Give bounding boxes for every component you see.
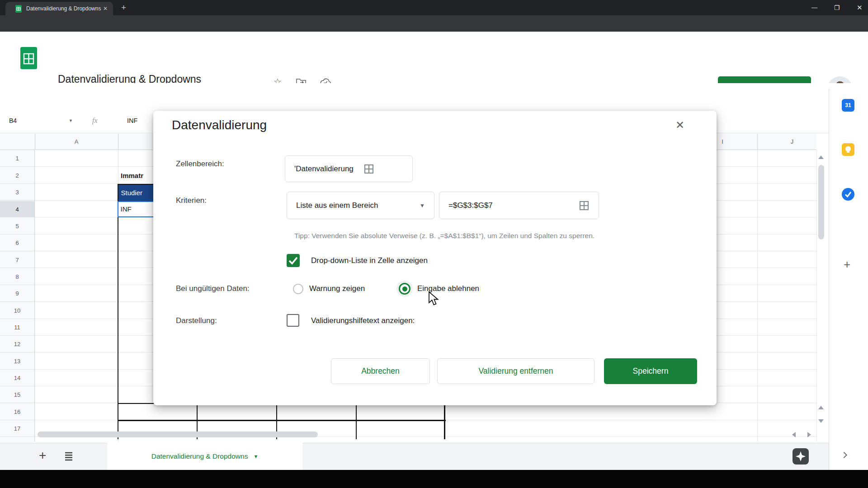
toolbar: ↶ ↷ 100% ▾ € % .0 .00 123 Standard ( 10 …	[0, 83, 868, 108]
help-text-checkbox[interactable]	[287, 314, 299, 327]
keep-icon[interactable]	[842, 143, 854, 156]
panel-add-icon[interactable]: +	[844, 258, 850, 272]
name-box-arrow-icon[interactable]: ▼	[69, 108, 73, 133]
row-header-12[interactable]: 12	[0, 336, 34, 352]
criteria-label: Kriterien:	[176, 194, 207, 207]
window-maximize-icon[interactable]: ❐	[834, 1, 840, 14]
data-validation-dialog: Datenvalidierung ✕ Zellenbereich: 'Daten…	[153, 111, 717, 405]
hscroll-right-icon[interactable]	[807, 432, 811, 437]
active-sheet-tab[interactable]: Datenvalidierung & Dropdowns ▼	[107, 443, 302, 470]
criteria-range-value: =$G$3:$G$7	[448, 201, 493, 210]
row-header-7[interactable]: 7	[0, 252, 34, 268]
appearance-label: Darstellung:	[176, 314, 217, 328]
row-header-13[interactable]: 13	[0, 353, 34, 370]
mouse-cursor	[428, 291, 439, 306]
tab-close-icon[interactable]: ✕	[103, 2, 108, 15]
vscroll-thumb[interactable]	[818, 165, 824, 239]
app-header: Datenvalidierung & Dropdowns ☆ Datei Bea…	[0, 32, 868, 83]
fx-icon: fx	[92, 108, 98, 133]
sheets-logo[interactable]	[20, 47, 37, 69]
row-header-2[interactable]: 2	[0, 167, 34, 184]
reject-label[interactable]: Eingabe ablehnen	[417, 282, 479, 296]
cell-range-label: Zellenbereich:	[176, 157, 224, 171]
show-dropdown-label[interactable]: Drop-down-Liste in Zelle anzeigen	[311, 254, 428, 267]
column-header-j[interactable]: J	[757, 134, 827, 150]
reject-radio[interactable]	[399, 283, 410, 295]
vscroll-up-icon[interactable]	[818, 155, 824, 159]
formula-input[interactable]: INF	[127, 108, 137, 133]
calendar-icon[interactable]: 31	[842, 99, 854, 112]
row-header-10[interactable]: 10	[0, 302, 34, 319]
row-header-14[interactable]: 14	[0, 370, 34, 386]
dialog-title: Datenvalidierung	[172, 118, 267, 132]
remove-validation-button[interactable]: Validierung entfernen	[437, 358, 594, 384]
select-range-icon-2[interactable]	[579, 200, 590, 211]
cell-range-input[interactable]: 'Datenvalidierung	[285, 155, 413, 182]
row-header-5[interactable]: 5	[0, 218, 34, 235]
sheet-tab-label: Datenvalidierung & Dropdowns	[151, 452, 248, 460]
warn-radio[interactable]	[293, 284, 303, 294]
criteria-tip: Tipp: Verwenden Sie absolute Verweise (z…	[294, 232, 692, 240]
vscroll-up2-icon[interactable]	[818, 406, 824, 409]
row-header-8[interactable]: 8	[0, 268, 34, 285]
row-header-4[interactable]: 4	[0, 201, 34, 218]
row-header-6[interactable]: 6	[0, 235, 34, 251]
on-invalid-label: Bei ungültigen Daten:	[176, 282, 250, 296]
sheets-favicon	[15, 5, 22, 13]
name-box[interactable]: B4	[9, 108, 17, 133]
row-header-17[interactable]: 17	[0, 420, 34, 437]
cancel-button[interactable]: Abbrechen	[331, 358, 430, 384]
column-header-a[interactable]: A	[35, 134, 118, 150]
screen-bottom-strip	[0, 470, 868, 488]
browser-tab-bar: Datenvalidierung & Dropdowns ✕ + — ❐ ✕	[0, 0, 868, 15]
cell-b2[interactable]: Immatr	[121, 167, 157, 184]
criteria-type-value: Liste aus einem Bereich	[296, 201, 378, 210]
cell-range-value: 'Datenvalidierung	[294, 164, 354, 174]
all-sheets-icon[interactable]	[63, 451, 74, 462]
row-header-1[interactable]: 1	[0, 150, 34, 167]
select-range-icon[interactable]	[363, 164, 374, 174]
warn-label[interactable]: Warnung zeigen	[309, 282, 365, 296]
table-border-col-f	[444, 405, 445, 439]
hscroll-left-icon[interactable]	[792, 432, 796, 437]
help-text-label[interactable]: Validierungshilfetext anzeigen:	[311, 314, 415, 328]
row-header-3[interactable]: 3	[0, 184, 34, 201]
row-header-16[interactable]: 16	[0, 404, 34, 420]
tab-title: Datenvalidierung & Dropdowns	[26, 2, 101, 15]
explore-icon[interactable]	[793, 448, 809, 465]
save-button[interactable]: Speichern	[604, 358, 697, 384]
criteria-range-input[interactable]: =$G$3:$G$7	[439, 192, 599, 219]
screen: Datenvalidierung & Dropdowns ✕ + — ❐ ✕ ←…	[0, 0, 868, 488]
row-header-15[interactable]: 15	[0, 386, 34, 403]
table-border-col-e	[356, 405, 357, 439]
criteria-dropdown-arrow-icon: ▼	[420, 202, 425, 209]
criteria-type-dropdown[interactable]: Liste aus einem Bereich ▼	[287, 192, 434, 219]
window-close-icon[interactable]: ✕	[857, 1, 863, 14]
new-tab-button[interactable]: +	[121, 0, 126, 15]
browser-url-bar: ← → ⟳ docs.google.com/spreadsheets/d/1JK…	[0, 15, 868, 32]
show-dropdown-checkbox[interactable]	[287, 254, 300, 267]
dialog-close-icon[interactable]: ✕	[675, 119, 684, 131]
window-minimize-icon[interactable]: —	[811, 1, 817, 14]
table-border-left	[118, 184, 118, 439]
table-border-row16	[118, 420, 446, 421]
panel-collapse-icon[interactable]	[840, 450, 850, 460]
browser-tab[interactable]: Datenvalidierung & Dropdowns ✕	[5, 2, 113, 15]
tasks-icon[interactable]	[842, 188, 854, 201]
sheet-tab-menu-icon[interactable]: ▼	[253, 454, 258, 459]
add-sheet-icon[interactable]: +	[39, 448, 46, 463]
row-header-11[interactable]: 11	[0, 319, 34, 336]
horizontal-scrollbar-thumb[interactable]	[38, 432, 318, 437]
row-header-9[interactable]: 9	[0, 285, 34, 302]
vscroll-down-icon[interactable]	[818, 419, 824, 423]
